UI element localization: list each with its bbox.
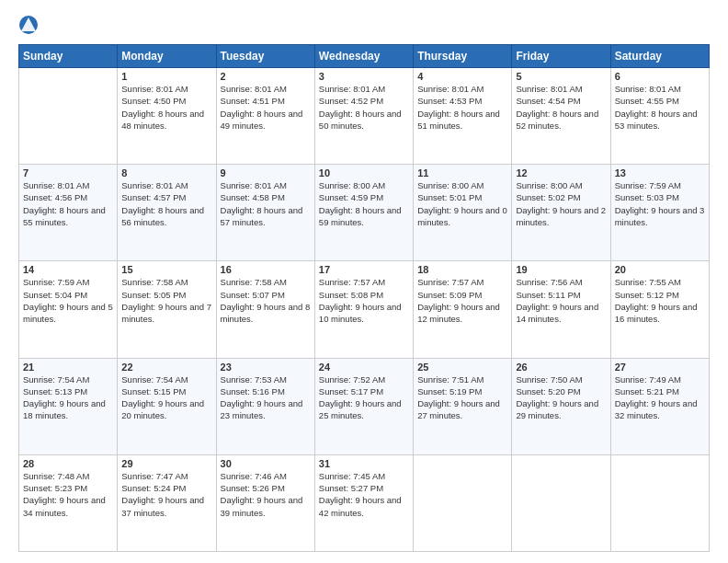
calendar-cell: 24Sunrise: 7:52 AMSunset: 5:17 PMDayligh… (314, 358, 413, 454)
calendar-cell: 22Sunrise: 7:54 AMSunset: 5:15 PMDayligh… (118, 358, 216, 454)
day-info: Sunrise: 7:46 AMSunset: 5:26 PMDaylight:… (221, 470, 311, 519)
day-number: 13 (615, 167, 705, 178)
day-info: Sunrise: 7:51 AMSunset: 5:19 PMDaylight:… (417, 373, 507, 422)
calendar-cell: 5Sunrise: 8:01 AMSunset: 4:54 PMDaylight… (512, 68, 610, 165)
calendar-cell: 9Sunrise: 8:01 AMSunset: 4:58 PMDaylight… (216, 165, 314, 261)
day-number: 10 (319, 167, 409, 178)
calendar-cell: 25Sunrise: 7:51 AMSunset: 5:19 PMDayligh… (414, 358, 512, 454)
weekday-header-wednesday: Wednesday (314, 45, 413, 68)
calendar-cell (414, 454, 512, 551)
day-number: 26 (516, 362, 606, 373)
calendar-cell: 11Sunrise: 8:00 AMSunset: 5:01 PMDayligh… (414, 165, 512, 261)
day-info: Sunrise: 8:01 AMSunset: 4:52 PMDaylight:… (319, 83, 409, 132)
day-info: Sunrise: 8:01 AMSunset: 4:58 PMDaylight:… (221, 179, 311, 228)
day-info: Sunrise: 7:48 AMSunset: 5:23 PMDaylight:… (23, 470, 113, 519)
day-info: Sunrise: 7:57 AMSunset: 5:08 PMDaylight:… (319, 276, 409, 325)
day-info: Sunrise: 7:54 AMSunset: 5:15 PMDaylight:… (121, 373, 211, 422)
day-info: Sunrise: 7:55 AMSunset: 5:12 PMDaylight:… (615, 276, 705, 325)
day-info: Sunrise: 8:01 AMSunset: 4:57 PMDaylight:… (121, 179, 211, 228)
day-number: 14 (23, 264, 113, 275)
calendar-cell: 21Sunrise: 7:54 AMSunset: 5:13 PMDayligh… (19, 358, 118, 454)
day-number: 31 (319, 458, 409, 469)
weekday-header-thursday: Thursday (414, 45, 512, 68)
calendar-cell: 30Sunrise: 7:46 AMSunset: 5:26 PMDayligh… (216, 454, 314, 551)
header (18, 15, 710, 35)
day-number: 21 (23, 362, 113, 373)
day-number: 28 (23, 458, 113, 469)
day-number: 29 (121, 458, 211, 469)
day-info: Sunrise: 7:59 AMSunset: 5:04 PMDaylight:… (23, 276, 113, 325)
calendar-cell: 14Sunrise: 7:59 AMSunset: 5:04 PMDayligh… (19, 261, 118, 358)
day-number: 7 (23, 167, 113, 178)
day-info: Sunrise: 7:54 AMSunset: 5:13 PMDaylight:… (23, 373, 113, 422)
day-number: 3 (319, 71, 409, 82)
day-number: 4 (417, 71, 507, 82)
weekday-header-sunday: Sunday (19, 45, 118, 68)
calendar-week-row: 14Sunrise: 7:59 AMSunset: 5:04 PMDayligh… (19, 261, 710, 358)
calendar-cell: 28Sunrise: 7:48 AMSunset: 5:23 PMDayligh… (19, 454, 118, 551)
day-info: Sunrise: 8:00 AMSunset: 4:59 PMDaylight:… (319, 179, 409, 228)
day-info: Sunrise: 8:01 AMSunset: 4:50 PMDaylight:… (121, 83, 211, 132)
day-info: Sunrise: 7:52 AMSunset: 5:17 PMDaylight:… (319, 373, 409, 422)
day-info: Sunrise: 7:57 AMSunset: 5:09 PMDaylight:… (417, 276, 507, 325)
calendar-cell: 7Sunrise: 8:01 AMSunset: 4:56 PMDaylight… (19, 165, 118, 261)
day-number: 20 (615, 264, 705, 275)
calendar-cell: 2Sunrise: 8:01 AMSunset: 4:51 PMDaylight… (216, 68, 314, 165)
logo (18, 15, 41, 35)
calendar-cell: 15Sunrise: 7:58 AMSunset: 5:05 PMDayligh… (118, 261, 216, 358)
calendar-week-row: 7Sunrise: 8:01 AMSunset: 4:56 PMDaylight… (19, 165, 710, 261)
calendar-cell (19, 68, 118, 165)
weekday-header-friday: Friday (512, 45, 610, 68)
day-info: Sunrise: 7:50 AMSunset: 5:20 PMDaylight:… (516, 373, 606, 422)
calendar-cell: 10Sunrise: 8:00 AMSunset: 4:59 PMDayligh… (314, 165, 413, 261)
calendar-cell: 31Sunrise: 7:45 AMSunset: 5:27 PMDayligh… (314, 454, 413, 551)
day-number: 17 (319, 264, 409, 275)
day-number: 6 (615, 71, 705, 82)
day-info: Sunrise: 8:00 AMSunset: 5:02 PMDaylight:… (516, 179, 606, 228)
calendar-cell: 29Sunrise: 7:47 AMSunset: 5:24 PMDayligh… (118, 454, 216, 551)
day-number: 2 (221, 71, 311, 82)
calendar-cell (610, 454, 709, 551)
day-number: 22 (121, 362, 211, 373)
calendar-cell: 19Sunrise: 7:56 AMSunset: 5:11 PMDayligh… (512, 261, 610, 358)
calendar-cell: 23Sunrise: 7:53 AMSunset: 5:16 PMDayligh… (216, 358, 314, 454)
calendar-week-row: 28Sunrise: 7:48 AMSunset: 5:23 PMDayligh… (19, 454, 710, 551)
day-info: Sunrise: 8:01 AMSunset: 4:55 PMDaylight:… (615, 83, 705, 132)
day-number: 9 (221, 167, 311, 178)
calendar-cell: 8Sunrise: 8:01 AMSunset: 4:57 PMDaylight… (118, 165, 216, 261)
calendar-cell: 26Sunrise: 7:50 AMSunset: 5:20 PMDayligh… (512, 358, 610, 454)
day-info: Sunrise: 8:01 AMSunset: 4:51 PMDaylight:… (221, 83, 311, 132)
day-info: Sunrise: 7:53 AMSunset: 5:16 PMDaylight:… (221, 373, 311, 422)
day-number: 23 (221, 362, 311, 373)
calendar-cell: 4Sunrise: 8:01 AMSunset: 4:53 PMDaylight… (414, 68, 512, 165)
day-number: 18 (417, 264, 507, 275)
weekday-header-row: SundayMondayTuesdayWednesdayThursdayFrid… (19, 45, 710, 68)
calendar-cell: 13Sunrise: 7:59 AMSunset: 5:03 PMDayligh… (610, 165, 709, 261)
day-number: 24 (319, 362, 409, 373)
calendar-table: SundayMondayTuesdayWednesdayThursdayFrid… (18, 44, 710, 552)
day-number: 16 (221, 264, 311, 275)
day-number: 30 (221, 458, 311, 469)
day-info: Sunrise: 8:01 AMSunset: 4:53 PMDaylight:… (417, 83, 507, 132)
calendar-cell: 16Sunrise: 7:58 AMSunset: 5:07 PMDayligh… (216, 261, 314, 358)
day-info: Sunrise: 7:45 AMSunset: 5:27 PMDaylight:… (319, 470, 409, 519)
day-number: 19 (516, 264, 606, 275)
day-number: 5 (516, 71, 606, 82)
day-number: 25 (417, 362, 507, 373)
weekday-header-saturday: Saturday (610, 45, 709, 68)
day-info: Sunrise: 8:01 AMSunset: 4:56 PMDaylight:… (23, 179, 113, 228)
calendar-cell: 12Sunrise: 8:00 AMSunset: 5:02 PMDayligh… (512, 165, 610, 261)
day-info: Sunrise: 7:58 AMSunset: 5:05 PMDaylight:… (121, 276, 211, 325)
logo-icon (18, 15, 39, 35)
calendar-week-row: 1Sunrise: 8:01 AMSunset: 4:50 PMDaylight… (19, 68, 710, 165)
day-info: Sunrise: 7:59 AMSunset: 5:03 PMDaylight:… (615, 179, 705, 228)
day-info: Sunrise: 7:47 AMSunset: 5:24 PMDaylight:… (121, 470, 211, 519)
weekday-header-monday: Monday (118, 45, 216, 68)
day-info: Sunrise: 7:58 AMSunset: 5:07 PMDaylight:… (221, 276, 311, 325)
day-number: 12 (516, 167, 606, 178)
calendar-cell: 18Sunrise: 7:57 AMSunset: 5:09 PMDayligh… (414, 261, 512, 358)
day-number: 8 (121, 167, 211, 178)
calendar-cell: 17Sunrise: 7:57 AMSunset: 5:08 PMDayligh… (314, 261, 413, 358)
calendar-cell: 27Sunrise: 7:49 AMSunset: 5:21 PMDayligh… (610, 358, 709, 454)
day-number: 15 (121, 264, 211, 275)
